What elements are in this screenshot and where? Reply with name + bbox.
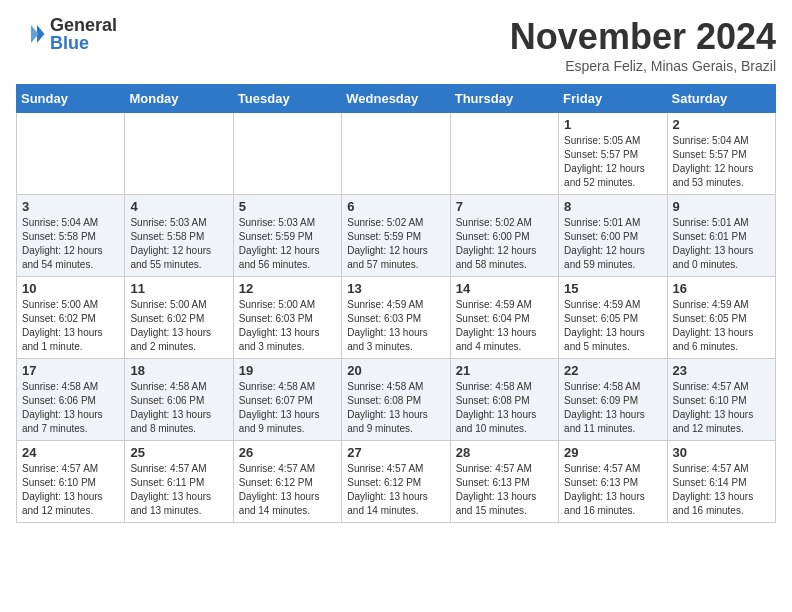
- calendar-cell: 24Sunrise: 4:57 AM Sunset: 6:10 PM Dayli…: [17, 441, 125, 523]
- day-number: 23: [673, 363, 770, 378]
- logo: General Blue: [16, 16, 117, 52]
- day-info: Sunrise: 5:04 AM Sunset: 5:58 PM Dayligh…: [22, 216, 119, 272]
- day-info: Sunrise: 4:58 AM Sunset: 6:08 PM Dayligh…: [456, 380, 553, 436]
- weekday-header-wednesday: Wednesday: [342, 85, 450, 113]
- logo-blue: Blue: [50, 34, 117, 52]
- calendar-table: SundayMondayTuesdayWednesdayThursdayFrid…: [16, 84, 776, 523]
- day-number: 25: [130, 445, 227, 460]
- calendar-cell: [125, 113, 233, 195]
- day-number: 26: [239, 445, 336, 460]
- day-info: Sunrise: 5:01 AM Sunset: 6:00 PM Dayligh…: [564, 216, 661, 272]
- day-number: 18: [130, 363, 227, 378]
- weekday-header-saturday: Saturday: [667, 85, 775, 113]
- day-info: Sunrise: 4:57 AM Sunset: 6:12 PM Dayligh…: [239, 462, 336, 518]
- calendar-cell: 3Sunrise: 5:04 AM Sunset: 5:58 PM Daylig…: [17, 195, 125, 277]
- calendar-cell: 22Sunrise: 4:58 AM Sunset: 6:09 PM Dayli…: [559, 359, 667, 441]
- calendar-cell: 2Sunrise: 5:04 AM Sunset: 5:57 PM Daylig…: [667, 113, 775, 195]
- calendar-cell: 14Sunrise: 4:59 AM Sunset: 6:04 PM Dayli…: [450, 277, 558, 359]
- calendar-week-row: 17Sunrise: 4:58 AM Sunset: 6:06 PM Dayli…: [17, 359, 776, 441]
- weekday-header-row: SundayMondayTuesdayWednesdayThursdayFrid…: [17, 85, 776, 113]
- day-number: 19: [239, 363, 336, 378]
- page-header: General Blue November 2024 Espera Feliz,…: [16, 16, 776, 74]
- weekday-header-friday: Friday: [559, 85, 667, 113]
- day-number: 20: [347, 363, 444, 378]
- day-info: Sunrise: 5:03 AM Sunset: 5:58 PM Dayligh…: [130, 216, 227, 272]
- day-info: Sunrise: 4:57 AM Sunset: 6:14 PM Dayligh…: [673, 462, 770, 518]
- day-number: 1: [564, 117, 661, 132]
- calendar-cell: [450, 113, 558, 195]
- day-number: 21: [456, 363, 553, 378]
- logo-icon: [16, 19, 46, 49]
- calendar-cell: 18Sunrise: 4:58 AM Sunset: 6:06 PM Dayli…: [125, 359, 233, 441]
- day-info: Sunrise: 4:57 AM Sunset: 6:10 PM Dayligh…: [22, 462, 119, 518]
- day-info: Sunrise: 5:05 AM Sunset: 5:57 PM Dayligh…: [564, 134, 661, 190]
- day-number: 27: [347, 445, 444, 460]
- day-info: Sunrise: 5:00 AM Sunset: 6:02 PM Dayligh…: [130, 298, 227, 354]
- day-info: Sunrise: 5:04 AM Sunset: 5:57 PM Dayligh…: [673, 134, 770, 190]
- day-number: 14: [456, 281, 553, 296]
- day-number: 15: [564, 281, 661, 296]
- calendar-cell: 29Sunrise: 4:57 AM Sunset: 6:13 PM Dayli…: [559, 441, 667, 523]
- day-info: Sunrise: 5:01 AM Sunset: 6:01 PM Dayligh…: [673, 216, 770, 272]
- calendar-cell: [342, 113, 450, 195]
- day-info: Sunrise: 4:57 AM Sunset: 6:10 PM Dayligh…: [673, 380, 770, 436]
- title-block: November 2024 Espera Feliz, Minas Gerais…: [510, 16, 776, 74]
- day-number: 4: [130, 199, 227, 214]
- day-number: 9: [673, 199, 770, 214]
- day-info: Sunrise: 4:58 AM Sunset: 6:07 PM Dayligh…: [239, 380, 336, 436]
- calendar-cell: 28Sunrise: 4:57 AM Sunset: 6:13 PM Dayli…: [450, 441, 558, 523]
- calendar-week-row: 10Sunrise: 5:00 AM Sunset: 6:02 PM Dayli…: [17, 277, 776, 359]
- day-info: Sunrise: 5:00 AM Sunset: 6:02 PM Dayligh…: [22, 298, 119, 354]
- day-number: 28: [456, 445, 553, 460]
- day-info: Sunrise: 4:58 AM Sunset: 6:06 PM Dayligh…: [130, 380, 227, 436]
- day-number: 29: [564, 445, 661, 460]
- day-number: 22: [564, 363, 661, 378]
- calendar-cell: 16Sunrise: 4:59 AM Sunset: 6:05 PM Dayli…: [667, 277, 775, 359]
- day-info: Sunrise: 4:57 AM Sunset: 6:11 PM Dayligh…: [130, 462, 227, 518]
- weekday-header-sunday: Sunday: [17, 85, 125, 113]
- day-info: Sunrise: 5:02 AM Sunset: 6:00 PM Dayligh…: [456, 216, 553, 272]
- day-info: Sunrise: 4:59 AM Sunset: 6:03 PM Dayligh…: [347, 298, 444, 354]
- calendar-cell: 30Sunrise: 4:57 AM Sunset: 6:14 PM Dayli…: [667, 441, 775, 523]
- calendar-cell: 6Sunrise: 5:02 AM Sunset: 5:59 PM Daylig…: [342, 195, 450, 277]
- day-number: 2: [673, 117, 770, 132]
- day-info: Sunrise: 4:57 AM Sunset: 6:12 PM Dayligh…: [347, 462, 444, 518]
- day-info: Sunrise: 4:58 AM Sunset: 6:06 PM Dayligh…: [22, 380, 119, 436]
- day-info: Sunrise: 4:59 AM Sunset: 6:05 PM Dayligh…: [673, 298, 770, 354]
- weekday-header-thursday: Thursday: [450, 85, 558, 113]
- day-number: 13: [347, 281, 444, 296]
- calendar-cell: 20Sunrise: 4:58 AM Sunset: 6:08 PM Dayli…: [342, 359, 450, 441]
- day-number: 16: [673, 281, 770, 296]
- calendar-cell: [233, 113, 341, 195]
- calendar-cell: 15Sunrise: 4:59 AM Sunset: 6:05 PM Dayli…: [559, 277, 667, 359]
- calendar-cell: 25Sunrise: 4:57 AM Sunset: 6:11 PM Dayli…: [125, 441, 233, 523]
- day-info: Sunrise: 4:59 AM Sunset: 6:04 PM Dayligh…: [456, 298, 553, 354]
- day-info: Sunrise: 5:03 AM Sunset: 5:59 PM Dayligh…: [239, 216, 336, 272]
- day-number: 17: [22, 363, 119, 378]
- calendar-cell: 8Sunrise: 5:01 AM Sunset: 6:00 PM Daylig…: [559, 195, 667, 277]
- day-number: 3: [22, 199, 119, 214]
- day-number: 11: [130, 281, 227, 296]
- logo-general: General: [50, 16, 117, 34]
- calendar-cell: 13Sunrise: 4:59 AM Sunset: 6:03 PM Dayli…: [342, 277, 450, 359]
- calendar-cell: 9Sunrise: 5:01 AM Sunset: 6:01 PM Daylig…: [667, 195, 775, 277]
- calendar-cell: 26Sunrise: 4:57 AM Sunset: 6:12 PM Dayli…: [233, 441, 341, 523]
- calendar-cell: 21Sunrise: 4:58 AM Sunset: 6:08 PM Dayli…: [450, 359, 558, 441]
- calendar-cell: 23Sunrise: 4:57 AM Sunset: 6:10 PM Dayli…: [667, 359, 775, 441]
- day-info: Sunrise: 5:00 AM Sunset: 6:03 PM Dayligh…: [239, 298, 336, 354]
- day-number: 6: [347, 199, 444, 214]
- weekday-header-tuesday: Tuesday: [233, 85, 341, 113]
- calendar-cell: 10Sunrise: 5:00 AM Sunset: 6:02 PM Dayli…: [17, 277, 125, 359]
- calendar-cell: 11Sunrise: 5:00 AM Sunset: 6:02 PM Dayli…: [125, 277, 233, 359]
- day-info: Sunrise: 5:02 AM Sunset: 5:59 PM Dayligh…: [347, 216, 444, 272]
- logo-text: General Blue: [50, 16, 117, 52]
- day-number: 7: [456, 199, 553, 214]
- calendar-week-row: 3Sunrise: 5:04 AM Sunset: 5:58 PM Daylig…: [17, 195, 776, 277]
- day-info: Sunrise: 4:57 AM Sunset: 6:13 PM Dayligh…: [456, 462, 553, 518]
- calendar-cell: 19Sunrise: 4:58 AM Sunset: 6:07 PM Dayli…: [233, 359, 341, 441]
- calendar-week-row: 24Sunrise: 4:57 AM Sunset: 6:10 PM Dayli…: [17, 441, 776, 523]
- calendar-cell: 1Sunrise: 5:05 AM Sunset: 5:57 PM Daylig…: [559, 113, 667, 195]
- day-number: 8: [564, 199, 661, 214]
- day-number: 10: [22, 281, 119, 296]
- weekday-header-monday: Monday: [125, 85, 233, 113]
